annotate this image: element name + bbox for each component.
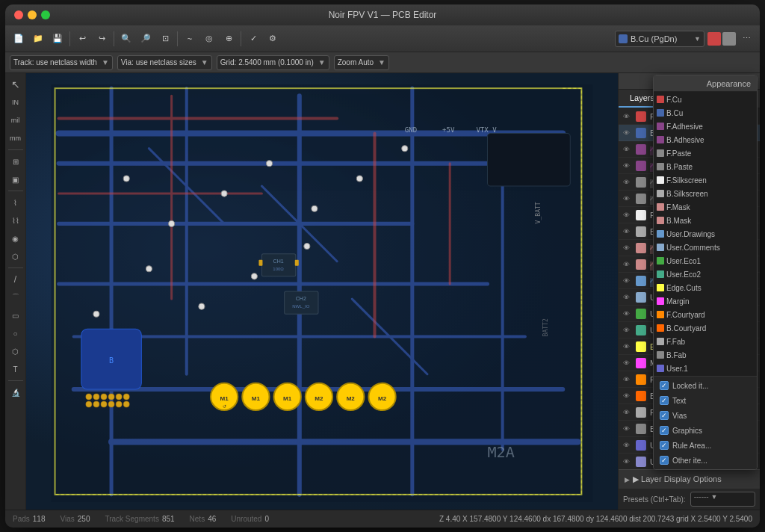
layer-visibility-8[interactable]: 👁	[623, 244, 632, 253]
layer-visibility-20[interactable]: 👁	[623, 441, 632, 450]
pcb-canvas[interactable]: B	[26, 73, 618, 510]
redo-button[interactable]: ↪	[93, 30, 111, 48]
layer-extra-button[interactable]: ⋯	[737, 30, 755, 48]
draw-line-tool[interactable]: /	[7, 271, 24, 288]
layer-visibility-21[interactable]: 👁	[623, 457, 632, 466]
mini-layer-color-18	[657, 338, 664, 345]
presets-value: ------	[694, 492, 709, 501]
checkbox-row-1[interactable]: ✓Text	[654, 393, 757, 408]
svg-point-3	[86, 394, 92, 400]
layer-visibility-14[interactable]: 👁	[623, 342, 632, 351]
undo-button[interactable]: ↩	[73, 30, 91, 48]
layer-visibility-3[interactable]: 👁	[623, 161, 632, 170]
layer-selector[interactable]: B.Cu (PgDn) ▼	[615, 31, 704, 47]
layer-display-options-header[interactable]: ▶ ▶ Layer Display Options	[619, 469, 760, 489]
mini-layer-row-19: B.Fab	[654, 348, 757, 362]
layer-visibility-13[interactable]: 👁	[623, 326, 632, 335]
layer-visibility-9[interactable]: 👁	[623, 260, 632, 269]
draw-arc-tool[interactable]: ⌒	[7, 289, 24, 306]
silkscreen-text-2: BATT2	[542, 318, 549, 336]
layer-visibility-12[interactable]: 👁	[623, 309, 632, 318]
layer-visibility-4[interactable]: 👁	[623, 178, 632, 187]
settings-button[interactable]: ⚙	[264, 30, 282, 48]
route-diff-pair-tool[interactable]: ⌇⌇	[7, 212, 24, 229]
layer-visibility-7[interactable]: 👁	[623, 227, 632, 236]
layer-color-13	[636, 325, 646, 335]
new-button[interactable]: 📄	[10, 30, 28, 48]
draw-polygon-tool[interactable]: ⬡	[7, 343, 24, 359]
add-via-tool[interactable]: ◉	[7, 230, 24, 247]
zoom-in-button[interactable]: 🔍	[117, 30, 135, 48]
layer-color-button[interactable]	[707, 32, 721, 46]
layer-visibility-0[interactable]: 👁	[623, 112, 632, 121]
mini-layer-name-14: Edge.Cuts	[666, 284, 701, 292]
floating-panel-title-label: Appearance	[707, 79, 751, 88]
mini-layer-row-5: B.Paste	[654, 160, 757, 173]
checkbox-row-5[interactable]: ✓Other ite...	[654, 453, 757, 468]
checkbox-row-3[interactable]: ✓Graphics	[654, 423, 757, 438]
layer-visibility-16[interactable]: 👁	[623, 375, 632, 384]
box-select-tool[interactable]: ▣	[7, 171, 24, 188]
layer-visibility-18[interactable]: 👁	[623, 408, 632, 417]
layer-visibility-19[interactable]: 👁	[623, 424, 632, 433]
mm-tool[interactable]: mm	[7, 130, 24, 146]
mini-layer-row-13: User.Eco2	[654, 267, 757, 281]
mil-tool[interactable]: mil	[7, 112, 24, 129]
open-button[interactable]: 📁	[29, 30, 47, 48]
layer-visibility-11[interactable]: 👁	[623, 293, 632, 302]
sep-4	[241, 31, 241, 46]
pcb-text-m2a: M2A	[488, 443, 515, 461]
layer-visibility-10[interactable]: 👁	[623, 276, 632, 285]
zoom-out-button[interactable]: 🔎	[137, 30, 155, 48]
layer-visibility-5[interactable]: 👁	[623, 194, 632, 203]
measure-tool[interactable]: IN	[7, 94, 24, 111]
presets-select[interactable]: ------ ▼	[690, 492, 755, 507]
checkbox-5[interactable]: ✓	[660, 456, 669, 465]
save-button[interactable]: 💾	[49, 30, 66, 48]
layer-visibility-1[interactable]: 👁	[623, 129, 632, 137]
silkscreen-text: V_BATT	[535, 202, 542, 223]
via-button[interactable]: ◎	[200, 30, 218, 48]
mini-layer-row-2: F.Adhesive	[654, 120, 757, 133]
layer-visibility-15[interactable]: 👁	[623, 359, 632, 368]
zoom-selector[interactable]: Zoom Auto ▼	[334, 55, 389, 70]
zoom-fit-button[interactable]: ⊡	[156, 30, 174, 48]
draw-circle-tool[interactable]: ○	[7, 325, 24, 341]
pad-button[interactable]: ⊕	[220, 30, 238, 48]
svg-text:B: B	[109, 356, 114, 365]
track-label: Track Segments	[105, 515, 158, 523]
track-selector[interactable]: Track: use netclass width ▼	[10, 55, 113, 70]
add-pad-tool[interactable]: ⬡	[7, 248, 24, 265]
minimize-button[interactable]	[28, 10, 37, 19]
cursor-tool[interactable]: ↖	[7, 76, 24, 93]
route-track-tool[interactable]: ⌇	[7, 194, 24, 211]
select-tool[interactable]: ⊞	[7, 153, 24, 170]
checkbox-4[interactable]: ✓	[660, 441, 669, 450]
layer-color-21	[636, 457, 646, 467]
svg-text:M2: M2	[378, 395, 387, 402]
drc-button[interactable]: ✓	[244, 30, 262, 48]
checkbox-1[interactable]: ✓	[660, 396, 669, 405]
checkbox-0[interactable]: ✓	[660, 381, 669, 390]
route-button[interactable]: ~	[181, 30, 199, 48]
mini-layer-color-14	[657, 284, 664, 291]
checkbox-row-2[interactable]: ✓Vias	[654, 408, 757, 423]
layer-visibility-2[interactable]: 👁	[623, 145, 632, 154]
draw-rect-tool[interactable]: ▭	[7, 307, 24, 324]
maximize-button[interactable]	[41, 10, 50, 19]
add-text-tool[interactable]: T	[7, 361, 24, 377]
layer-visibility-17[interactable]: 👁	[623, 392, 632, 400]
mini-layer-color-0	[657, 96, 664, 103]
via-selector[interactable]: Via: use netclass sizes ▼	[117, 55, 212, 70]
close-button[interactable]	[14, 10, 23, 19]
layer-toggle-button[interactable]	[722, 32, 736, 46]
checkbox-row-4[interactable]: ✓Rule Area...	[654, 438, 757, 453]
inspector-tool[interactable]: 🔬	[7, 384, 24, 400]
checkbox-row-0[interactable]: ✓Locked it...	[654, 378, 757, 393]
grid-selector[interactable]: Grid: 2.5400 mm (0.1000 in) ▼	[217, 55, 329, 70]
dark-component	[488, 134, 571, 186]
checkbox-3[interactable]: ✓	[660, 426, 669, 435]
layer-visibility-6[interactable]: 👁	[623, 211, 632, 220]
pcb-text-5v: +5V	[442, 126, 455, 134]
checkbox-2[interactable]: ✓	[660, 411, 669, 420]
